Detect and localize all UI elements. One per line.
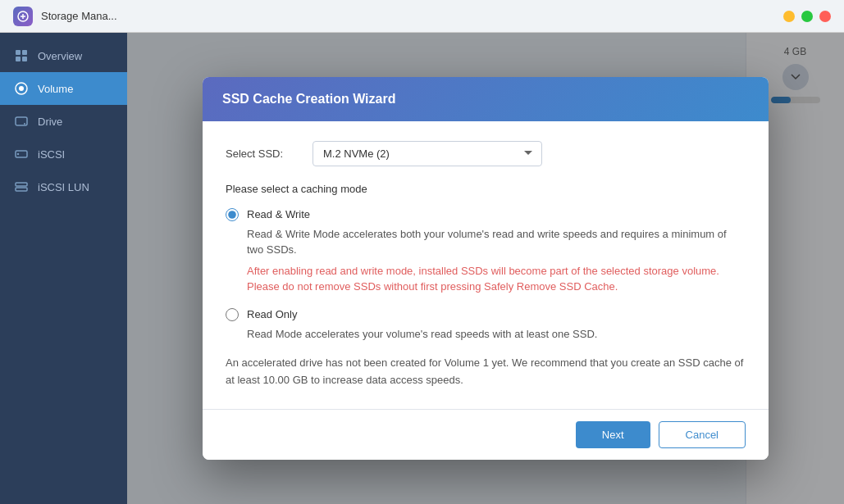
- read-write-radio[interactable]: [226, 208, 239, 221]
- select-ssd-label: Select SSD:: [226, 148, 299, 160]
- read-write-option: Read & Write Read & Write Mode accelerat…: [226, 208, 746, 295]
- sidebar-item-iscsi-lun[interactable]: iSCSI LUN: [0, 170, 127, 203]
- overview-label: Overview: [38, 50, 82, 62]
- modal-title: SSD Cache Creation Wizard: [222, 92, 395, 106]
- read-only-text: Read Only: [247, 308, 297, 320]
- sidebar-item-volume[interactable]: Volume: [0, 72, 127, 105]
- svg-rect-4: [22, 57, 27, 61]
- svg-point-6: [19, 86, 24, 91]
- sidebar-item-drive[interactable]: Drive: [0, 105, 127, 138]
- title-bar-left: Storage Mana...: [13, 7, 117, 26]
- app-title: Storage Mana...: [41, 10, 117, 22]
- select-ssd-row: Select SSD: M.2 NVMe (1) M.2 NVMe (2) M.…: [226, 141, 746, 166]
- read-only-radio[interactable]: [226, 308, 239, 321]
- volume-icon: [13, 80, 30, 97]
- app-icon: [13, 7, 33, 26]
- read-only-description: Read Mode accelerates your volume's read…: [247, 326, 746, 343]
- title-bar: Storage Mana...: [0, 0, 844, 33]
- modal-header: SSD Cache Creation Wizard: [203, 77, 769, 121]
- svg-rect-1: [16, 50, 21, 55]
- read-write-text: Read & Write: [247, 208, 310, 220]
- svg-rect-3: [16, 57, 21, 61]
- read-write-label[interactable]: Read & Write: [226, 208, 746, 221]
- ssd-select[interactable]: M.2 NVMe (1) M.2 NVMe (2) M.2 NVMe (3): [313, 141, 542, 166]
- maximize-button[interactable]: [801, 11, 813, 22]
- minimize-button[interactable]: [783, 11, 795, 22]
- read-only-option: Read Only Read Mode accelerates your vol…: [226, 308, 746, 343]
- drive-label: Drive: [38, 116, 62, 128]
- sidebar: Overview Volume Drive: [0, 33, 127, 504]
- overview-icon: [13, 48, 30, 64]
- info-text: An accelerated drive has not been create…: [226, 355, 746, 389]
- close-button[interactable]: [819, 11, 831, 22]
- drive-icon: [13, 113, 30, 129]
- read-write-description: Read & Write Mode accelerates both your …: [247, 226, 746, 258]
- main-content: 4 GB SSD Cache Creation Wizard: [127, 33, 844, 504]
- svg-rect-2: [22, 50, 27, 55]
- sidebar-item-overview[interactable]: Overview: [0, 39, 127, 72]
- sidebar-item-iscsi[interactable]: iSCSI: [0, 138, 127, 170]
- window-controls: [783, 11, 831, 22]
- modal-footer: Next Cancel: [203, 409, 769, 460]
- cancel-button[interactable]: Cancel: [659, 421, 746, 448]
- caching-mode-label: Please select a caching mode: [226, 183, 746, 195]
- modal-dialog: SSD Cache Creation Wizard Select SSD: M.…: [203, 77, 769, 460]
- iscsi-icon: [13, 146, 30, 162]
- volume-label: Volume: [38, 83, 73, 95]
- iscsi-label: iSCSI: [38, 148, 65, 161]
- svg-point-8: [24, 123, 25, 125]
- svg-rect-12: [16, 188, 27, 191]
- iscsi-lun-icon: [13, 179, 30, 195]
- app-body: Overview Volume Drive: [0, 33, 844, 504]
- svg-rect-11: [16, 183, 27, 186]
- iscsi-lun-label: iSCSI LUN: [38, 181, 89, 193]
- read-only-label[interactable]: Read Only: [226, 308, 746, 321]
- next-button[interactable]: Next: [576, 421, 650, 448]
- modal-body: Select SSD: M.2 NVMe (1) M.2 NVMe (2) M.…: [203, 121, 769, 409]
- svg-rect-7: [16, 117, 27, 125]
- svg-point-10: [17, 153, 19, 155]
- app-window: Storage Mana... Overview: [0, 0, 844, 504]
- read-write-warning: After enabling read and write mode, inst…: [247, 263, 746, 295]
- modal-overlay: SSD Cache Creation Wizard Select SSD: M.…: [127, 33, 844, 504]
